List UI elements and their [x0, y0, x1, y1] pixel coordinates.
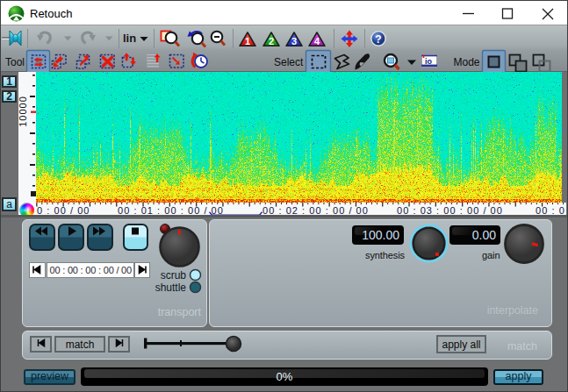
svg-text:interpolate: interpolate [487, 304, 538, 317]
svg-text:Mode: Mode [454, 56, 480, 68]
svg-text:scrub: scrub [161, 269, 187, 282]
svg-text:io: io [425, 57, 433, 66]
svg-text:match: match [507, 340, 537, 353]
svg-text:10000: 10000 [18, 96, 28, 127]
svg-text:transport: transport [158, 306, 202, 318]
svg-text:?: ? [375, 33, 381, 46]
svg-text:shuttle: shuttle [155, 282, 187, 294]
svg-text:lin: lin [123, 32, 136, 45]
svg-text:Select: Select [274, 56, 304, 68]
svg-text:4: 4 [314, 36, 320, 46]
svg-text:Tool: Tool [5, 56, 25, 68]
svg-text:3: 3 [291, 36, 297, 46]
svg-text:2: 2 [269, 36, 274, 46]
svg-text:00 : 00 : 00 : 00 / 00: 00 : 00 : 00 : 00 / 00 [50, 265, 133, 275]
svg-text:1: 1 [245, 36, 250, 46]
